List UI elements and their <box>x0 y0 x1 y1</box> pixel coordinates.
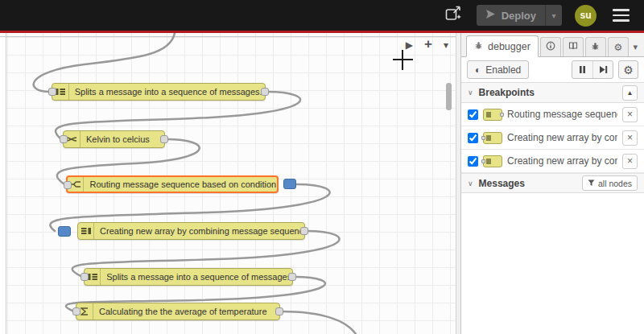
sidebar-tabbar: debugger ⚙ ▾ <box>461 33 644 57</box>
debugger-controls: ◐ Enabled ⚙ <box>461 57 644 83</box>
breakpoint-checkbox[interactable] <box>468 133 478 143</box>
input-port[interactable] <box>60 135 68 143</box>
playback-button-group <box>572 60 613 79</box>
gear-icon: ⚙ <box>613 42 622 53</box>
tab-debug-messages[interactable] <box>585 37 606 56</box>
breakpoint-checkbox[interactable] <box>468 156 478 167</box>
chevron-down-icon: ∨ <box>468 89 473 97</box>
tab-config-nodes[interactable]: ⚙ <box>608 37 629 56</box>
messages-empty-area <box>461 193 644 334</box>
tab-info[interactable] <box>540 37 561 56</box>
mini-node-icon <box>483 109 502 121</box>
node-label: Routing message sequence based on condit… <box>84 179 277 189</box>
remove-breakpoint-button[interactable]: × <box>622 107 638 122</box>
pause-icon <box>579 63 586 77</box>
crosshair-cursor <box>402 50 403 70</box>
breakpoint-label: Creating new array by combini <box>507 132 617 143</box>
remove-breakpoint-button[interactable]: × <box>622 130 638 146</box>
node-label: Creating new array by combining message … <box>94 226 304 236</box>
add-flow-icon[interactable]: + <box>424 37 432 51</box>
debugger-tab-icon <box>474 41 483 52</box>
deploy-options-button[interactable]: ▾ <box>546 5 562 26</box>
close-icon: × <box>627 155 633 167</box>
canvas-scrollbar-thumb[interactable] <box>446 83 452 110</box>
wire[interactable] <box>282 311 356 334</box>
debug-sidebar: debugger ⚙ ▾ <box>461 33 644 334</box>
breakpoint-row: Creating new array by combini × <box>461 150 644 173</box>
output-port[interactable] <box>160 135 168 143</box>
input-port[interactable] <box>64 181 72 189</box>
filter-funnel-icon <box>588 179 595 188</box>
flow-node-average[interactable]: Calculating the the average of temperatu… <box>76 303 280 320</box>
tab-help[interactable] <box>563 37 584 56</box>
mini-node-icon <box>483 155 502 167</box>
step-forward-icon <box>599 63 608 77</box>
flow-node-switch-routing[interactable]: Routing message sequence based on condit… <box>66 175 279 193</box>
node-label: Splits a message into a sequence of mess… <box>69 87 265 97</box>
message-filter-button[interactable]: all nodes <box>582 175 638 191</box>
input-port[interactable] <box>48 88 56 96</box>
output-port[interactable] <box>261 88 269 96</box>
canvas-toolbar: ▶ + ▾ <box>406 39 448 51</box>
node-red-app: Deploy ▾ su <box>0 0 644 334</box>
deploy-button[interactable]: Deploy ▾ <box>477 5 562 26</box>
main-menu-button[interactable] <box>609 5 633 26</box>
breakpoints-section-header[interactable]: ∨ Breakpoints ▲ <box>461 83 644 103</box>
join-node-icon <box>78 223 94 239</box>
sidebar-tab-list-button[interactable]: ▾ <box>630 42 641 56</box>
messages-section-header[interactable]: ∨ Messages all nodes <box>461 173 644 193</box>
breakpoint-marker-input[interactable] <box>58 226 71 237</box>
hamburger-icon <box>613 9 630 11</box>
step-button[interactable] <box>592 61 613 78</box>
breakpoint-marker-output[interactable] <box>283 179 296 189</box>
breakpoint-label: Creating new array by combini <box>507 155 617 167</box>
debugger-enabled-toggle[interactable]: ◐ Enabled <box>467 60 529 79</box>
tab-debugger[interactable]: debugger <box>466 35 539 57</box>
flow-canvas[interactable]: Splits a message into a sequence of mess… <box>0 33 456 334</box>
gear-icon: ⚙ <box>623 64 634 76</box>
output-port[interactable] <box>288 273 296 281</box>
user-avatar[interactable]: su <box>575 5 597 27</box>
header-bar: Deploy ▾ su <box>0 0 644 31</box>
toggle-icon: ◐ <box>475 64 481 76</box>
bug-icon <box>591 42 600 53</box>
tab-label: debugger <box>488 41 530 52</box>
debugger-settings-button[interactable]: ⚙ <box>618 60 638 79</box>
output-port[interactable] <box>275 307 283 315</box>
flow-node-split-2[interactable]: Splits a message into a sequence of mess… <box>84 268 293 286</box>
close-icon: × <box>627 132 633 143</box>
chevron-down-icon: ▾ <box>633 42 638 52</box>
remove-breakpoint-button[interactable]: × <box>622 154 638 169</box>
output-port[interactable] <box>300 227 308 235</box>
flow-node-split-1[interactable]: Splits a message into a sequence of mess… <box>52 83 266 101</box>
node-label: Splits a message into a sequence of mess… <box>101 272 292 282</box>
deploy-icon <box>485 9 496 22</box>
sidebar-resize-handle[interactable] <box>456 33 461 334</box>
deploy-main[interactable]: Deploy <box>477 5 545 26</box>
input-port[interactable] <box>72 307 80 315</box>
flow-node-kelvin-to-celcius[interactable]: Kelvin to celcius <box>63 130 165 148</box>
pause-button[interactable] <box>572 61 592 78</box>
breakpoint-row: Creating new array by combini × <box>461 126 644 150</box>
deploy-label: Deploy <box>502 10 536 22</box>
section-title: Messages <box>479 178 525 189</box>
filter-label: all nodes <box>598 179 632 188</box>
flow-node-join-combine[interactable]: Creating new array by combining message … <box>77 222 305 240</box>
node-label: Calculating the the average of temperatu… <box>93 307 273 316</box>
breakpoint-label: Routing message sequence ba <box>507 109 617 120</box>
breakpoint-row: Routing message sequence ba × <box>461 103 644 126</box>
enabled-label: Enabled <box>485 64 521 76</box>
export-flow-button[interactable] <box>443 5 464 26</box>
collapse-section-button[interactable]: ▲ <box>622 85 638 101</box>
section-title: Breakpoints <box>479 87 535 98</box>
book-icon <box>568 41 578 53</box>
node-label: Kelvin to celcius <box>80 134 155 144</box>
mini-node-icon <box>483 132 502 144</box>
input-port[interactable] <box>80 273 89 281</box>
info-icon <box>546 41 555 53</box>
play-icon[interactable]: ▶ <box>406 40 413 50</box>
breakpoint-checkbox[interactable] <box>468 109 478 120</box>
flow-list-chevron-icon[interactable]: ▾ <box>444 40 448 50</box>
chevron-down-icon: ▾ <box>551 11 555 20</box>
chevron-down-icon: ∨ <box>468 179 473 188</box>
